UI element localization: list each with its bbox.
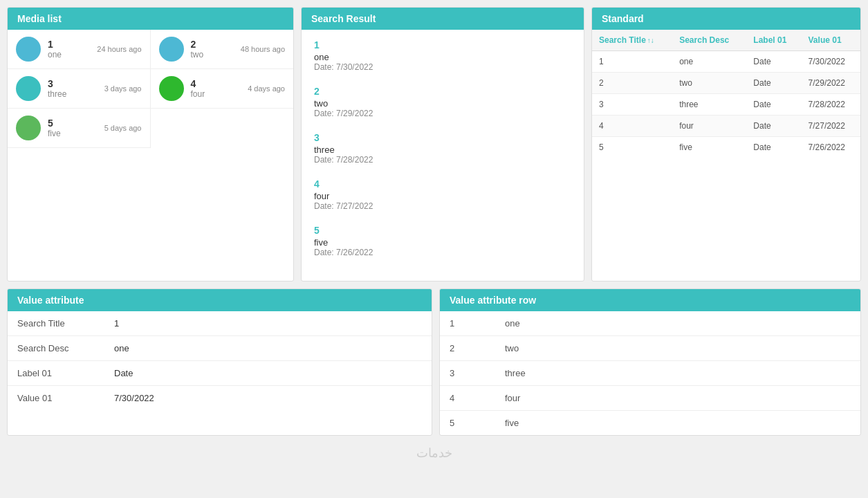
value-attr-label: Search Title — [8, 311, 104, 336]
value-attr-row-num: 1 — [440, 311, 495, 336]
table-cell: four — [672, 116, 746, 137]
table-cell: 7/30/2022 — [802, 51, 860, 73]
avatar — [16, 76, 41, 101]
media-info: 2two — [191, 39, 234, 59]
table-cell: 5 — [592, 137, 672, 158]
media-number: 1 — [48, 39, 90, 50]
value-attr-label: Search Desc — [8, 336, 104, 361]
media-info: 4four — [191, 78, 241, 99]
table-cell: 2 — [592, 73, 672, 94]
search-item-title: three — [314, 145, 571, 155]
standard-col-header: Value 01 — [802, 30, 860, 51]
search-item-date: Date: 7/29/2022 — [314, 109, 571, 118]
media-time: 3 days ago — [104, 84, 142, 93]
value-attr-row-value: three — [495, 361, 860, 386]
table-row: 2twoDate7/29/2022 — [592, 73, 860, 94]
table-cell: 7/28/2022 — [802, 94, 860, 116]
table-row: 1oneDate7/30/2022 — [592, 51, 860, 73]
media-item: 4four4 days ago — [151, 69, 294, 109]
value-attr-row: Search Descone — [8, 336, 432, 361]
table-cell: 4 — [592, 116, 672, 137]
value-attr-row-num: 4 — [440, 386, 495, 411]
media-item: 5five5 days ago — [8, 109, 151, 148]
search-item-number: 5 — [314, 225, 571, 236]
search-item: 2twoDate: 7/29/2022 — [314, 86, 571, 118]
table-cell: Date — [746, 116, 801, 137]
table-cell: Date — [746, 94, 801, 116]
search-item-date: Date: 7/30/2022 — [314, 62, 571, 72]
media-time: 24 hours ago — [97, 45, 141, 53]
search-item-title: one — [314, 52, 571, 62]
search-item-date: Date: 7/28/2022 — [314, 155, 571, 165]
value-attr-row-value: five — [495, 411, 860, 436]
value-attr-row-value: one — [495, 311, 860, 336]
value-attr-row-num: 2 — [440, 336, 495, 361]
table-cell: two — [672, 73, 746, 94]
table-cell: Date — [746, 51, 801, 73]
media-info: 5five — [48, 118, 98, 138]
standard-header: Standard — [592, 8, 860, 30]
value-attr-card: Value attribute Search Title1Search Desc… — [7, 288, 432, 436]
value-attr-row-value: two — [495, 336, 860, 361]
table-cell: Date — [746, 137, 801, 158]
standard-col-header[interactable]: Search Title↑↓ — [592, 30, 672, 51]
standard-card: Standard Search Title↑↓Search DescLabel … — [591, 7, 861, 282]
search-item: 4fourDate: 7/27/2022 — [314, 178, 571, 211]
search-item: 3threeDate: 7/28/2022 — [314, 132, 571, 165]
search-item-date: Date: 7/27/2022 — [314, 201, 571, 211]
table-cell: 3 — [592, 94, 672, 116]
value-attr-row-item: 2two — [440, 336, 860, 361]
media-number: 2 — [191, 39, 234, 50]
media-list-card: Media list 1one24 hours ago2two48 hours … — [7, 7, 294, 282]
search-item-number: 4 — [314, 178, 571, 190]
value-attr-value: Date — [104, 361, 432, 386]
value-attr-row-num: 3 — [440, 361, 495, 386]
media-list-header: Media list — [8, 8, 293, 30]
table-row: 3threeDate7/28/2022 — [592, 94, 860, 116]
sort-icon[interactable]: ↑↓ — [647, 37, 654, 44]
media-name: four — [191, 89, 241, 99]
search-item-title: four — [314, 191, 571, 201]
media-item: 2two48 hours ago — [151, 30, 294, 69]
media-number: 3 — [48, 78, 98, 89]
media-item: 3three3 days ago — [8, 69, 151, 109]
media-info: 1one — [48, 39, 90, 59]
search-result-card: Search Result 1oneDate: 7/30/20222twoDat… — [301, 7, 584, 282]
media-time: 5 days ago — [104, 124, 142, 132]
value-attr-row-value: four — [495, 386, 860, 411]
table-cell: 7/26/2022 — [802, 137, 860, 158]
media-name: two — [191, 50, 234, 59]
value-attr-row: Search Title1 — [8, 311, 432, 336]
search-item-title: five — [314, 237, 571, 248]
avatar — [16, 116, 41, 140]
standard-col-header: Label 01 — [746, 30, 801, 51]
value-attr-row-item: 4four — [440, 386, 860, 411]
search-item: 1oneDate: 7/30/2022 — [314, 39, 571, 72]
value-attr-value: 1 — [104, 311, 432, 336]
table-cell: 7/29/2022 — [802, 73, 860, 94]
search-item-date: Date: 7/26/2022 — [314, 248, 571, 257]
value-attr-row-item: 1one — [440, 311, 860, 336]
media-time: 4 days ago — [248, 84, 285, 93]
table-cell: Date — [746, 73, 801, 94]
table-row: 4fourDate7/27/2022 — [592, 116, 860, 137]
media-info: 3three — [48, 78, 98, 99]
value-attr-header: Value attribute — [8, 289, 432, 311]
search-item-title: two — [314, 98, 571, 109]
search-item-number: 1 — [314, 39, 571, 50]
table-cell: 1 — [592, 51, 672, 73]
media-number: 4 — [191, 78, 241, 89]
avatar — [16, 37, 41, 62]
standard-col-header: Search Desc — [672, 30, 746, 51]
table-cell: one — [672, 51, 746, 73]
media-name: five — [48, 129, 98, 138]
media-name: three — [48, 89, 98, 99]
value-attr-row: Value 017/30/2022 — [8, 386, 432, 411]
value-attr-row-num: 5 — [440, 411, 495, 436]
value-attr-row: Label 01Date — [8, 361, 432, 386]
media-name: one — [48, 50, 90, 59]
table-cell: three — [672, 94, 746, 116]
value-attr-row-header: Value attribute row — [440, 289, 860, 311]
search-result-header: Search Result — [302, 8, 584, 30]
value-attr-value: one — [104, 336, 432, 361]
